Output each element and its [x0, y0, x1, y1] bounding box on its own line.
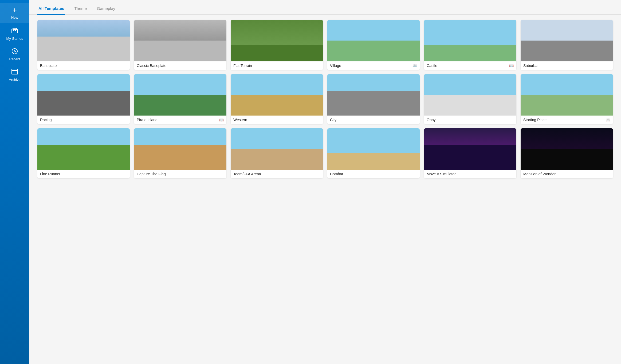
template-label-row-flat-terrain: Flat Terrain [231, 61, 323, 70]
my-games-icon [11, 28, 18, 35]
template-thumbnail-classic-baseplate [134, 20, 226, 61]
template-label-row-combat: Combat [327, 170, 420, 178]
template-card-classic-baseplate[interactable]: Classic Baseplate [134, 20, 226, 70]
template-label-row-suburban: Suburban [521, 61, 613, 70]
template-card-racing[interactable]: Racing [37, 74, 130, 124]
template-label-move-it-simulator: Move It Simulator [427, 172, 456, 176]
template-label-row-line-runner: Line Runner [37, 170, 130, 178]
sidebar-my-games-label: My Games [6, 37, 23, 41]
template-card-move-it-simulator[interactable]: Move It Simulator [424, 128, 516, 178]
sidebar-recent-label: Recent [9, 57, 20, 61]
tab-gameplay[interactable]: Gameplay [96, 3, 116, 15]
template-label-row-castle: Castle📖 [424, 61, 516, 70]
template-label-pirate-island: Pirate Island [137, 118, 158, 122]
template-card-starting-place[interactable]: Starting Place📖 [521, 74, 613, 124]
sidebar-item-archive[interactable]: Archive [0, 65, 29, 85]
template-label-suburban: Suburban [523, 64, 540, 68]
template-card-village[interactable]: Village📖 [327, 20, 420, 70]
book-icon-village[interactable]: 📖 [412, 64, 417, 68]
template-label-baseplate: Baseplate [40, 64, 57, 68]
template-label-row-move-it-simulator: Move It Simulator [424, 170, 516, 178]
template-card-combat[interactable]: Combat [327, 128, 420, 178]
template-card-baseplate[interactable]: Baseplate [37, 20, 130, 70]
template-label-castle: Castle [427, 64, 437, 68]
template-thumbnail-castle [424, 20, 516, 61]
template-thumbnail-capture-the-flag [134, 128, 226, 170]
template-thumbnail-western [231, 74, 323, 116]
template-label-row-racing: Racing [37, 116, 130, 124]
template-label-flat-terrain: Flat Terrain [233, 64, 252, 68]
template-label-racing: Racing [40, 118, 52, 122]
template-thumbnail-move-it-simulator [424, 128, 516, 170]
template-label-row-pirate-island: Pirate Island📖 [134, 116, 226, 124]
tab-theme[interactable]: Theme [73, 3, 88, 15]
template-card-flat-terrain[interactable]: Flat Terrain [231, 20, 323, 70]
template-thumbnail-suburban [521, 20, 613, 61]
template-label-row-city: City [327, 116, 420, 124]
template-label-row-village: Village📖 [327, 61, 420, 70]
template-label-row-western: Western [231, 116, 323, 124]
main-content: All Templates Theme Gameplay BaseplateCl… [29, 0, 621, 364]
template-card-pirate-island[interactable]: Pirate Island📖 [134, 74, 226, 124]
template-label-starting-place: Starting Place [523, 118, 547, 122]
template-thumbnail-starting-place [521, 74, 613, 116]
template-thumbnail-obby [424, 74, 516, 116]
sidebar-item-recent[interactable]: Recent [0, 44, 29, 65]
template-label-team-ffa-arena: Team/FFA Arena [233, 172, 261, 176]
template-label-row-team-ffa-arena: Team/FFA Arena [231, 170, 323, 178]
template-thumbnail-racing [37, 74, 130, 116]
template-card-castle[interactable]: Castle📖 [424, 20, 516, 70]
template-label-row-capture-the-flag: Capture The Flag [134, 170, 226, 178]
template-label-mansion-of-wonder: Mansion of Wonder [523, 172, 556, 176]
sidebar-new-label: New [11, 15, 18, 19]
template-label-city: City [330, 118, 336, 122]
recent-icon [11, 48, 18, 56]
template-label-row-classic-baseplate: Classic Baseplate [134, 61, 226, 70]
sidebar: + New My Games Recent [0, 0, 29, 364]
template-thumbnail-line-runner [37, 128, 130, 170]
template-label-classic-baseplate: Classic Baseplate [137, 64, 166, 68]
template-thumbnail-flat-terrain [231, 20, 323, 61]
sidebar-archive-label: Archive [9, 78, 20, 82]
tab-bar: All Templates Theme Gameplay [29, 0, 621, 15]
template-label-row-baseplate: Baseplate [37, 61, 130, 70]
template-label-line-runner: Line Runner [40, 172, 60, 176]
new-icon: + [13, 6, 17, 14]
template-label-capture-the-flag: Capture The Flag [137, 172, 166, 176]
tab-all-templates[interactable]: All Templates [37, 3, 65, 15]
template-label-combat: Combat [330, 172, 343, 176]
template-card-obby[interactable]: Obby [424, 74, 516, 124]
template-card-capture-the-flag[interactable]: Capture The Flag [134, 128, 226, 178]
svg-rect-2 [13, 30, 14, 31]
template-thumbnail-pirate-island [134, 74, 226, 116]
template-card-mansion-of-wonder[interactable]: Mansion of Wonder [521, 128, 613, 178]
template-thumbnail-team-ffa-arena [231, 128, 323, 170]
sidebar-item-my-games[interactable]: My Games [0, 24, 29, 44]
template-grid-area: BaseplateClassic BaseplateFlat TerrainVi… [29, 15, 621, 364]
template-card-line-runner[interactable]: Line Runner [37, 128, 130, 178]
template-label-western: Western [233, 118, 247, 122]
template-card-team-ffa-arena[interactable]: Team/FFA Arena [231, 128, 323, 178]
template-label-row-starting-place: Starting Place📖 [521, 116, 613, 124]
template-label-obby: Obby [427, 118, 435, 122]
template-thumbnail-baseplate [37, 20, 130, 61]
template-label-village: Village [330, 64, 341, 68]
sidebar-item-new[interactable]: + New [0, 3, 29, 23]
template-card-city[interactable]: City [327, 74, 420, 124]
template-label-row-mansion-of-wonder: Mansion of Wonder [521, 170, 613, 178]
archive-icon [11, 69, 18, 76]
template-thumbnail-combat [327, 128, 420, 170]
template-label-row-obby: Obby [424, 116, 516, 124]
template-thumbnail-village [327, 20, 420, 61]
template-grid: BaseplateClassic BaseplateFlat TerrainVi… [37, 20, 613, 178]
template-card-western[interactable]: Western [231, 74, 323, 124]
book-icon-castle[interactable]: 📖 [509, 64, 514, 68]
template-thumbnail-mansion-of-wonder [521, 128, 613, 170]
book-icon-pirate-island[interactable]: 📖 [219, 118, 224, 122]
book-icon-starting-place[interactable]: 📖 [606, 118, 610, 122]
template-thumbnail-city [327, 74, 420, 116]
template-card-suburban[interactable]: Suburban [521, 20, 613, 70]
svg-rect-3 [15, 30, 16, 31]
